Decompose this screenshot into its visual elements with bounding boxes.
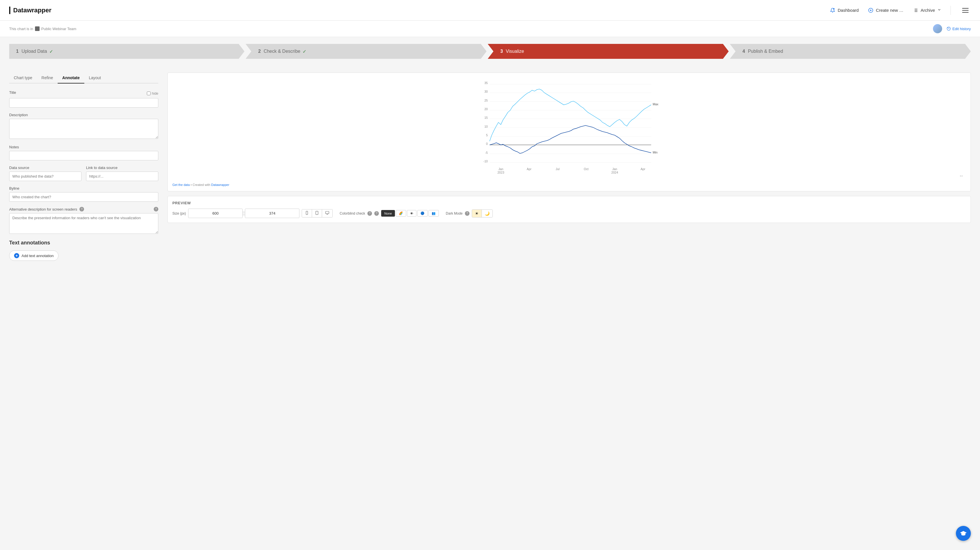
- svg-text:15: 15: [484, 116, 488, 120]
- tab-annotate[interactable]: Annotate: [58, 73, 84, 83]
- chart-area: 35 30 25 20 15 10 5 0 -5 -10: [172, 78, 966, 181]
- nav-dashboard[interactable]: Dashboard: [830, 8, 859, 13]
- step-2-label: Check & Describe: [264, 49, 300, 54]
- hamburger-menu[interactable]: [960, 6, 971, 15]
- step-2[interactable]: 2 Check & Describe ✓: [245, 44, 487, 59]
- mode-dark[interactable]: 🌙: [482, 210, 492, 217]
- cb-option-3[interactable]: 🔵: [417, 210, 428, 217]
- description-label: Description: [9, 113, 158, 117]
- logo: Datawrapper: [9, 6, 51, 14]
- plus-circle-icon: [868, 8, 873, 13]
- description-input[interactable]: [9, 119, 158, 139]
- add-annotation-label: Add text annotation: [22, 253, 54, 258]
- text-annotations-section: Text annotations + Add text annotation: [9, 240, 158, 261]
- svg-text:2023: 2023: [497, 171, 504, 174]
- datawrapper-link[interactable]: Datawrapper: [211, 183, 229, 187]
- breadcrumb-bar: This chart is in Public Webinar Team Edi…: [0, 21, 980, 37]
- get-data-link[interactable]: Get the data: [172, 183, 190, 187]
- cb-option-1[interactable]: 🌈: [396, 210, 406, 217]
- svg-text:25: 25: [484, 99, 488, 102]
- notes-group: Notes: [9, 145, 158, 160]
- svg-text:35: 35: [484, 81, 488, 84]
- size-height-input[interactable]: [245, 209, 299, 218]
- svg-text:Jul: Jul: [555, 167, 560, 171]
- data-source-input[interactable]: [9, 172, 81, 181]
- add-annotation-button[interactable]: + Add text annotation: [9, 250, 59, 261]
- history-icon: [947, 27, 951, 31]
- preview-controls: Size (px): [172, 209, 966, 218]
- svg-text:-10: -10: [483, 159, 488, 163]
- device-mobile-sm[interactable]: [302, 209, 312, 217]
- tab-layout[interactable]: Layout: [84, 73, 105, 83]
- device-desktop[interactable]: [322, 209, 332, 217]
- step-1-check: ✓: [49, 49, 53, 54]
- cb-option-2[interactable]: 👁: [407, 210, 417, 217]
- colorblind-extra-icon[interactable]: ?: [374, 211, 379, 216]
- svg-text:Max: Max: [653, 102, 659, 106]
- team-icon: [35, 26, 40, 31]
- header-nav: Dashboard Create new … Archive: [830, 6, 971, 15]
- step-3-label: Visualize: [506, 49, 524, 54]
- breadcrumb: This chart is in Public Webinar Team: [9, 26, 76, 31]
- svg-text:Jan: Jan: [612, 167, 617, 171]
- svg-text:Jan: Jan: [498, 167, 503, 171]
- hide-label: hide: [152, 91, 158, 96]
- step-4[interactable]: 4 Publish & Embed: [730, 44, 971, 59]
- chart-container: 35 30 25 20 15 10 5 0 -5 -10: [167, 73, 971, 191]
- mode-light[interactable]: ☀: [472, 210, 482, 217]
- chevron-down-icon: [937, 8, 941, 13]
- device-tablet[interactable]: [312, 209, 322, 217]
- byline-group: Byline: [9, 186, 158, 202]
- breadcrumb-right: Edit history: [933, 24, 971, 33]
- colorblind-help-icon[interactable]: ?: [368, 211, 372, 216]
- tab-refine[interactable]: Refine: [37, 73, 58, 83]
- svg-text:2024: 2024: [611, 171, 618, 174]
- svg-rect-42: [316, 211, 318, 215]
- title-input[interactable]: [9, 98, 158, 108]
- left-panel: Chart type Refine Annotate Layout Title …: [9, 73, 158, 550]
- svg-text:30: 30: [484, 90, 488, 93]
- mode-buttons: ☀ 🌙: [472, 209, 493, 217]
- main-content: Chart type Refine Annotate Layout Title …: [0, 66, 980, 550]
- alt-desc-input[interactable]: [9, 213, 158, 234]
- nav-archive[interactable]: Archive: [913, 8, 941, 13]
- breadcrumb-prefix: This chart is in: [9, 27, 33, 31]
- size-control-group: Size (px): [172, 209, 332, 218]
- step-2-number: 2: [258, 49, 261, 54]
- hide-checkbox-group[interactable]: hide: [147, 91, 158, 96]
- colorblind-control-group: Colorblind check ? ? None 🌈 👁 🔵 👥: [340, 210, 439, 217]
- alt-desc-help-icon[interactable]: ?: [80, 207, 84, 212]
- step-3[interactable]: 3 Visualize: [488, 44, 729, 59]
- colorblind-buttons: None 🌈 👁 🔵 👥: [381, 210, 439, 217]
- svg-text:5: 5: [486, 134, 488, 137]
- edit-history-button[interactable]: Edit history: [947, 27, 971, 31]
- resize-icon[interactable]: ↔: [959, 173, 964, 179]
- nav-create-new[interactable]: Create new …: [868, 8, 904, 13]
- step-1[interactable]: 1 Upload Data ✓: [9, 44, 244, 59]
- alt-desc-info-icon[interactable]: ?: [154, 207, 158, 212]
- preview-label: PREVIEW: [172, 201, 966, 205]
- hide-checkbox[interactable]: [147, 91, 151, 95]
- fab-button[interactable]: [956, 526, 971, 541]
- byline-input[interactable]: [9, 192, 158, 202]
- size-width-input[interactable]: [188, 209, 243, 218]
- cb-none[interactable]: None: [381, 210, 395, 217]
- data-source-label: Data source: [9, 166, 81, 170]
- dark-mode-help-icon[interactable]: ?: [465, 211, 469, 216]
- svg-text:Apr: Apr: [641, 167, 646, 171]
- byline-label: Byline: [9, 186, 158, 191]
- step-2-check: ✓: [302, 49, 306, 54]
- edit-history-label: Edit history: [953, 27, 971, 31]
- notes-input[interactable]: [9, 151, 158, 160]
- preview-container: PREVIEW Size (px): [167, 196, 971, 223]
- link-input[interactable]: [86, 172, 158, 181]
- cb-option-4[interactable]: 👥: [428, 210, 439, 217]
- chart-svg: 35 30 25 20 15 10 5 0 -5 -10: [172, 78, 966, 181]
- nav-archive-label: Archive: [921, 8, 935, 13]
- steps-bar: 1 Upload Data ✓ 2 Check & Describe ✓ 3 V…: [0, 37, 980, 66]
- link-label: Link to data source: [86, 166, 158, 170]
- graduation-cap-icon: [959, 529, 967, 537]
- tab-bar: Chart type Refine Annotate Layout: [9, 73, 158, 83]
- tab-chart-type[interactable]: Chart type: [9, 73, 37, 83]
- step-4-label: Publish & Embed: [748, 49, 783, 54]
